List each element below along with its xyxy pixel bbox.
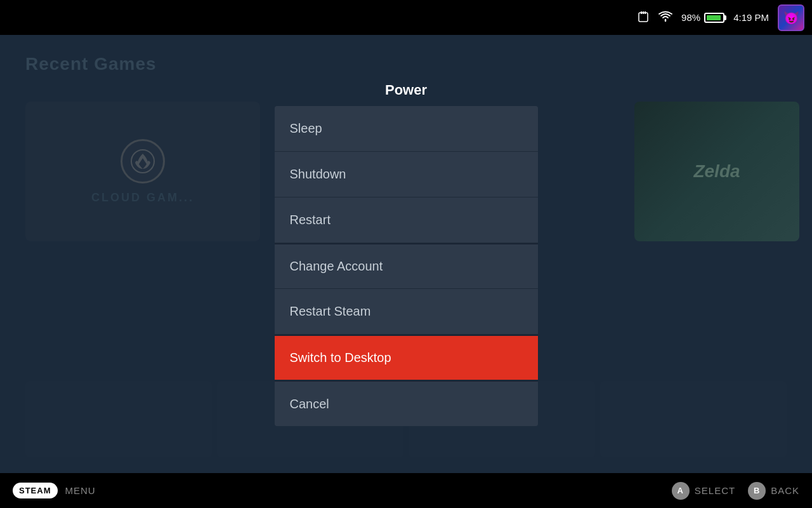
power-modal: Power Sleep Shutdown Restart Change Acco…	[0, 0, 812, 508]
menu-item-restart-steam[interactable]: Restart Steam	[275, 289, 538, 335]
menu-item-cancel[interactable]: Cancel	[275, 380, 538, 426]
menu-item-restart[interactable]: Restart	[275, 197, 538, 243]
menu-item-switch-to-desktop[interactable]: Switch to Desktop	[275, 335, 538, 380]
menu-item-change-account[interactable]: Change Account	[275, 243, 538, 289]
power-menu: Sleep Shutdown Restart Change Account Re…	[275, 106, 538, 426]
modal-title: Power	[385, 82, 427, 98]
menu-item-sleep[interactable]: Sleep	[275, 106, 538, 152]
menu-item-shutdown[interactable]: Shutdown	[275, 152, 538, 197]
